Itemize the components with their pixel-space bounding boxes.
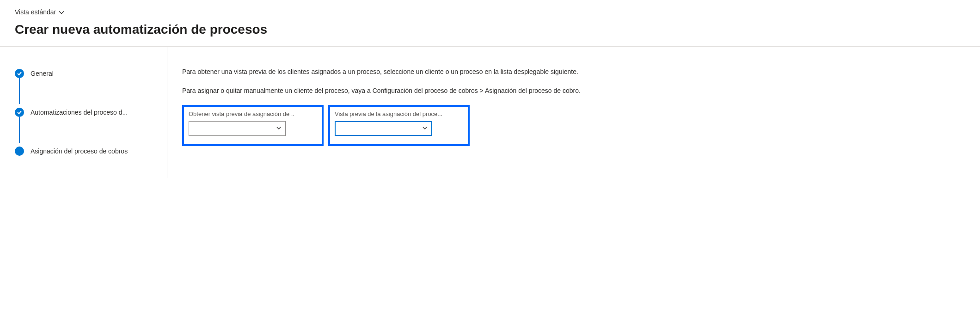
instruction-text-1: Para obtener una vista previa de los cli… (182, 67, 965, 77)
view-selector-label: Vista estándar (15, 8, 56, 16)
wizard-steps: General Automatizaciones del proceso d..… (15, 65, 159, 159)
field-group-preview-by-customer: Obtener vista previa de asignación de .. (182, 105, 324, 146)
step-connector (19, 78, 20, 104)
page-title: Crear nueva automatización de procesos (15, 22, 965, 37)
field-row: Obtener vista previa de asignación de ..… (182, 105, 965, 146)
customer-preview-dropdown[interactable] (189, 121, 286, 136)
page-header: Vista estándar Crear nueva automatizació… (0, 0, 980, 47)
checkmark-icon (15, 69, 24, 78)
chevron-down-icon (276, 125, 282, 132)
main-panel: Para obtener una vista previa de los cli… (167, 47, 980, 178)
chevron-down-icon (59, 8, 64, 16)
wizard-step-general[interactable]: General (15, 65, 159, 82)
chevron-down-icon (422, 125, 428, 132)
step-label: Asignación del proceso de cobros (31, 147, 128, 155)
current-step-icon (15, 147, 24, 156)
wizard-step-assignment[interactable]: Asignación del proceso de cobros (15, 143, 159, 159)
step-connector (19, 117, 20, 143)
wizard-step-automations[interactable]: Automatizaciones del proceso d... (15, 104, 159, 121)
field-label: Vista previa de la asignación del proce.… (335, 110, 463, 117)
checkmark-icon (15, 108, 24, 117)
instruction-text-2: Para asignar o quitar manualmente un cli… (182, 86, 965, 96)
field-label: Obtener vista previa de asignación de .. (189, 110, 317, 117)
process-preview-dropdown[interactable] (335, 121, 432, 136)
view-selector[interactable]: Vista estándar (15, 8, 64, 16)
content-area: General Automatizaciones del proceso d..… (0, 47, 980, 178)
wizard-sidebar: General Automatizaciones del proceso d..… (0, 47, 167, 178)
field-group-preview-by-process: Vista previa de la asignación del proce.… (328, 105, 470, 146)
step-label: General (31, 70, 54, 77)
step-label: Automatizaciones del proceso d... (31, 109, 128, 116)
